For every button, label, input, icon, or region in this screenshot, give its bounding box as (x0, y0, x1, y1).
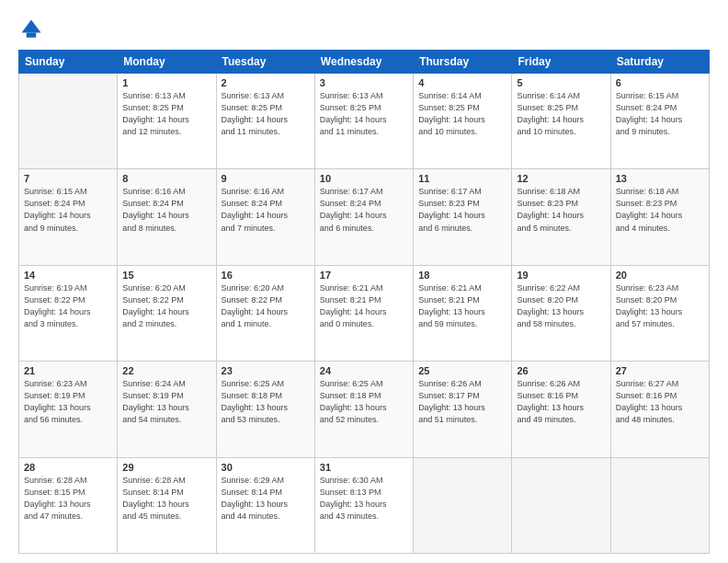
calendar-cell: 26Sunrise: 6:26 AM Sunset: 8:16 PM Dayli… (512, 362, 610, 457)
day-number: 22 (122, 365, 210, 376)
weekday-header: Sunday (19, 51, 118, 74)
day-number: 2 (222, 77, 310, 88)
weekday-header: Saturday (610, 51, 709, 74)
calendar-cell (610, 457, 709, 553)
calendar-cell: 10Sunrise: 6:17 AM Sunset: 8:24 PM Dayli… (314, 169, 413, 265)
day-number: 13 (616, 173, 704, 184)
calendar-cell: 17Sunrise: 6:21 AM Sunset: 8:21 PM Dayli… (314, 265, 413, 361)
page: SundayMondayTuesdayWednesdayThursdayFrid… (0, 0, 728, 563)
day-info: Sunrise: 6:26 AM Sunset: 8:17 PM Dayligh… (418, 378, 506, 426)
day-info: Sunrise: 6:20 AM Sunset: 8:22 PM Dayligh… (222, 282, 310, 330)
day-info: Sunrise: 6:15 AM Sunset: 8:24 PM Dayligh… (616, 90, 704, 138)
calendar-cell: 22Sunrise: 6:24 AM Sunset: 8:19 PM Dayli… (118, 362, 216, 457)
day-info: Sunrise: 6:14 AM Sunset: 8:25 PM Dayligh… (517, 90, 605, 138)
day-number: 18 (418, 270, 506, 281)
day-info: Sunrise: 6:28 AM Sunset: 8:15 PM Dayligh… (24, 475, 112, 523)
day-info: Sunrise: 6:18 AM Sunset: 8:23 PM Dayligh… (517, 186, 605, 234)
calendar-cell: 13Sunrise: 6:18 AM Sunset: 8:23 PM Dayli… (610, 169, 709, 265)
calendar-table: SundayMondayTuesdayWednesdayThursdayFrid… (18, 50, 710, 554)
calendar-week-row: 1Sunrise: 6:13 AM Sunset: 8:25 PM Daylig… (19, 74, 710, 169)
day-number: 23 (222, 365, 310, 376)
day-number: 6 (616, 77, 704, 88)
day-info: Sunrise: 6:21 AM Sunset: 8:21 PM Dayligh… (418, 282, 506, 330)
day-info: Sunrise: 6:18 AM Sunset: 8:23 PM Dayligh… (616, 186, 704, 234)
calendar-cell (19, 74, 118, 169)
day-number: 8 (122, 173, 210, 184)
weekday-header: Tuesday (216, 51, 314, 74)
day-info: Sunrise: 6:27 AM Sunset: 8:16 PM Dayligh… (616, 378, 704, 426)
calendar-cell: 28Sunrise: 6:28 AM Sunset: 8:15 PM Dayli… (19, 457, 118, 553)
calendar-cell: 9Sunrise: 6:16 AM Sunset: 8:24 PM Daylig… (216, 169, 314, 265)
day-number: 10 (320, 173, 408, 184)
calendar-cell: 29Sunrise: 6:28 AM Sunset: 8:14 PM Dayli… (118, 457, 216, 553)
day-info: Sunrise: 6:25 AM Sunset: 8:18 PM Dayligh… (320, 378, 408, 426)
calendar-cell: 1Sunrise: 6:13 AM Sunset: 8:25 PM Daylig… (118, 74, 216, 169)
calendar-header-row: SundayMondayTuesdayWednesdayThursdayFrid… (19, 51, 710, 74)
day-info: Sunrise: 6:17 AM Sunset: 8:23 PM Dayligh… (418, 186, 506, 234)
day-number: 9 (222, 173, 310, 184)
header (18, 17, 710, 42)
day-number: 7 (24, 173, 112, 184)
day-number: 28 (24, 462, 112, 473)
day-number: 31 (320, 462, 408, 473)
day-info: Sunrise: 6:13 AM Sunset: 8:25 PM Dayligh… (122, 90, 210, 138)
calendar-cell (414, 457, 512, 553)
calendar-cell: 7Sunrise: 6:15 AM Sunset: 8:24 PM Daylig… (19, 169, 118, 265)
logo-icon (18, 17, 44, 42)
day-number: 21 (24, 365, 112, 376)
logo (18, 17, 48, 42)
calendar-cell: 23Sunrise: 6:25 AM Sunset: 8:18 PM Dayli… (216, 362, 314, 457)
calendar-cell: 30Sunrise: 6:29 AM Sunset: 8:14 PM Dayli… (216, 457, 314, 553)
calendar-cell: 25Sunrise: 6:26 AM Sunset: 8:17 PM Dayli… (414, 362, 512, 457)
day-info: Sunrise: 6:14 AM Sunset: 8:25 PM Dayligh… (418, 90, 506, 138)
calendar-week-row: 7Sunrise: 6:15 AM Sunset: 8:24 PM Daylig… (19, 169, 710, 265)
svg-rect-1 (27, 33, 37, 38)
calendar-cell (512, 457, 610, 553)
calendar-cell: 31Sunrise: 6:30 AM Sunset: 8:13 PM Dayli… (314, 457, 413, 553)
day-number: 27 (616, 365, 704, 376)
calendar-week-row: 14Sunrise: 6:19 AM Sunset: 8:22 PM Dayli… (19, 265, 710, 361)
calendar-cell: 5Sunrise: 6:14 AM Sunset: 8:25 PM Daylig… (512, 74, 610, 169)
calendar-cell: 21Sunrise: 6:23 AM Sunset: 8:19 PM Dayli… (19, 362, 118, 457)
day-number: 12 (517, 173, 605, 184)
day-info: Sunrise: 6:28 AM Sunset: 8:14 PM Dayligh… (122, 475, 210, 523)
day-info: Sunrise: 6:13 AM Sunset: 8:25 PM Dayligh… (320, 90, 408, 138)
calendar-cell: 4Sunrise: 6:14 AM Sunset: 8:25 PM Daylig… (414, 74, 512, 169)
day-number: 25 (418, 365, 506, 376)
calendar-cell: 24Sunrise: 6:25 AM Sunset: 8:18 PM Dayli… (314, 362, 413, 457)
day-number: 11 (418, 173, 506, 184)
day-info: Sunrise: 6:23 AM Sunset: 8:20 PM Dayligh… (616, 282, 704, 330)
calendar-cell: 15Sunrise: 6:20 AM Sunset: 8:22 PM Dayli… (118, 265, 216, 361)
day-info: Sunrise: 6:26 AM Sunset: 8:16 PM Dayligh… (517, 378, 605, 426)
weekday-header: Thursday (414, 51, 512, 74)
calendar-cell: 19Sunrise: 6:22 AM Sunset: 8:20 PM Dayli… (512, 265, 610, 361)
calendar-cell: 12Sunrise: 6:18 AM Sunset: 8:23 PM Dayli… (512, 169, 610, 265)
calendar-cell: 18Sunrise: 6:21 AM Sunset: 8:21 PM Dayli… (414, 265, 512, 361)
day-info: Sunrise: 6:16 AM Sunset: 8:24 PM Dayligh… (222, 186, 310, 234)
day-number: 4 (418, 77, 506, 88)
day-number: 30 (222, 462, 310, 473)
day-number: 24 (320, 365, 408, 376)
calendar-cell: 14Sunrise: 6:19 AM Sunset: 8:22 PM Dayli… (19, 265, 118, 361)
calendar-cell: 3Sunrise: 6:13 AM Sunset: 8:25 PM Daylig… (314, 74, 413, 169)
calendar-cell: 16Sunrise: 6:20 AM Sunset: 8:22 PM Dayli… (216, 265, 314, 361)
calendar-cell: 11Sunrise: 6:17 AM Sunset: 8:23 PM Dayli… (414, 169, 512, 265)
calendar-cell: 8Sunrise: 6:16 AM Sunset: 8:24 PM Daylig… (118, 169, 216, 265)
day-info: Sunrise: 6:24 AM Sunset: 8:19 PM Dayligh… (122, 378, 210, 426)
day-info: Sunrise: 6:15 AM Sunset: 8:24 PM Dayligh… (24, 186, 112, 234)
day-number: 1 (122, 77, 210, 88)
day-info: Sunrise: 6:23 AM Sunset: 8:19 PM Dayligh… (24, 378, 112, 426)
day-info: Sunrise: 6:16 AM Sunset: 8:24 PM Dayligh… (122, 186, 210, 234)
weekday-header: Friday (512, 51, 610, 74)
day-number: 19 (517, 270, 605, 281)
day-number: 5 (517, 77, 605, 88)
calendar-cell: 20Sunrise: 6:23 AM Sunset: 8:20 PM Dayli… (610, 265, 709, 361)
day-info: Sunrise: 6:29 AM Sunset: 8:14 PM Dayligh… (222, 475, 310, 523)
calendar-week-row: 21Sunrise: 6:23 AM Sunset: 8:19 PM Dayli… (19, 362, 710, 457)
day-number: 17 (320, 270, 408, 281)
day-number: 15 (122, 270, 210, 281)
day-info: Sunrise: 6:30 AM Sunset: 8:13 PM Dayligh… (320, 475, 408, 523)
weekday-header: Wednesday (314, 51, 413, 74)
day-info: Sunrise: 6:22 AM Sunset: 8:20 PM Dayligh… (517, 282, 605, 330)
day-info: Sunrise: 6:17 AM Sunset: 8:24 PM Dayligh… (320, 186, 408, 234)
